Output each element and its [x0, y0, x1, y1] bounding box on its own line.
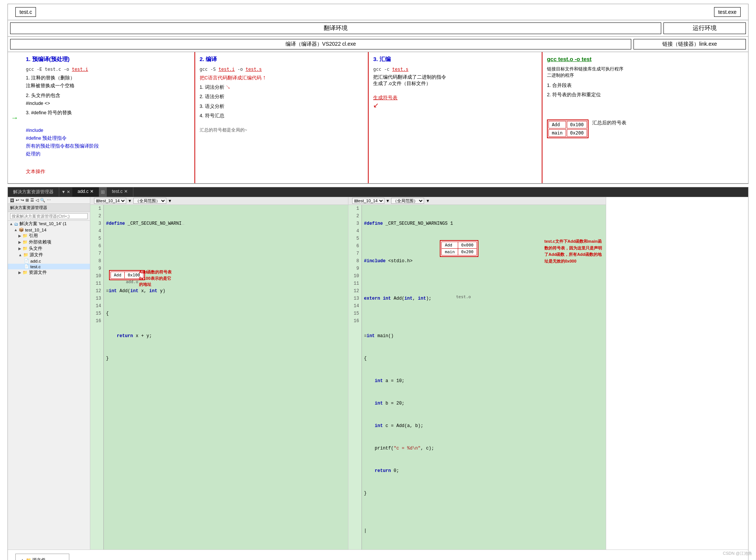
symbol-table-label: 汇总后的符号表: [592, 119, 626, 126]
src-fold-arrow: ▲: [20, 556, 24, 560]
add-c-scope-select2[interactable]: （全局范围）: [133, 198, 166, 204]
ide-sidebar: 🖼 ↩ ↪ ⊞ ☰ ◁ 🔍 ⋯ 解决方案资源管理器 ▲ �: [8, 197, 90, 550]
ext-label: 外部依赖项: [29, 239, 51, 245]
project-label: test_10_14: [25, 228, 46, 232]
resources-item[interactable]: ▶ 📁 资源文件: [8, 269, 90, 276]
project-arrow: ▲: [14, 228, 18, 232]
top-diagram: test.c test.exe 翻译环境 运行环境 编译（编译器）VS2022 …: [7, 4, 749, 184]
addc-label: add.c: [30, 259, 41, 263]
add-c-scope-select[interactable]: ⊞test_10_14: [94, 198, 126, 204]
sidebar-search-area[interactable]: [8, 212, 90, 221]
row-compile-link: 编译（编译器）VS2022 cl.exe 链接（链接器）link.exe: [8, 37, 748, 52]
sidebar-panel-tab[interactable]: 解决方案资源管理器: [8, 187, 59, 197]
addc-icon: 📄: [24, 258, 29, 263]
test-symbol-note: test.c文件下Add函数和main函数的符号表，因为这里只是声明了Add函数…: [544, 238, 602, 264]
external-deps-item[interactable]: ▶ 📁 外部依赖项: [8, 239, 90, 245]
compile-box: 编译（编译器）VS2022 cl.exe: [10, 39, 631, 49]
env-translate-label: 翻译环境: [10, 22, 661, 34]
toolbar-icon7: 🔍: [40, 198, 45, 203]
bottom-file-tree: ▲ 📁 源文件 ▶ 📄 add.c ———— ▶ 📄 test.c: [15, 554, 69, 560]
ide-tab-bar[interactable]: 解决方案资源管理器 ▼ ✕ add.c ✕ ⊞ test.c ✕: [8, 187, 748, 197]
sym-add-name: Add: [548, 121, 566, 128]
add-c-item[interactable]: 📄 add.c: [8, 258, 90, 264]
code-panels: ⊞test_10_14 ▼ （全局范围） ▼ 12345 678910 1112…: [90, 197, 606, 550]
stage3-title: 3. 汇编: [373, 56, 537, 63]
hdr-arrow: ▶: [18, 246, 21, 251]
src-label: 源文件: [30, 252, 43, 258]
sym-main-addr: 0x200: [567, 129, 587, 137]
test-minus-icon: ▼: [386, 199, 390, 203]
ide-section: 解决方案资源管理器 ▼ ✕ add.c ✕ ⊞ test.c ✕ 🖼 ↩ ↪ ⊞…: [7, 187, 749, 560]
test-sym-add-addr: 0x000: [458, 242, 477, 249]
test-c-header: ⊞test_10_14 ▼ （全局范围） ▼: [348, 197, 606, 205]
project-item[interactable]: ▲ 📦 test_10_14: [8, 227, 90, 233]
res-icon: 📁: [22, 270, 28, 275]
hdr-icon: 📁: [22, 246, 28, 251]
testc-icon: 📄: [24, 264, 29, 269]
ide-main: 🖼 ↩ ↪ ⊞ ☰ ◁ 🔍 ⋯ 解决方案资源管理器 ▲ �: [8, 197, 748, 550]
stage1-title: 1. 预编译(预处理): [26, 56, 190, 63]
ref-icon: 📁: [22, 233, 28, 238]
symbol-table: Add0x100 main0x200: [547, 119, 589, 138]
ext-arrow: ▶: [18, 240, 21, 244]
test-o-label: test.o: [456, 294, 471, 299]
sources-folder-item[interactable]: ▲ 📁 源文件: [8, 252, 90, 258]
test-sym-add-name: Add: [442, 242, 458, 249]
src-icon: 📁: [23, 252, 28, 257]
test-c-item[interactable]: 📄 test.c: [8, 264, 90, 269]
sidebar-search-input[interactable]: [10, 213, 88, 219]
right-panel: [606, 197, 748, 550]
add-c-panel: ⊞test_10_14 ▼ （全局范围） ▼ 12345 678910 1112…: [90, 197, 348, 550]
env-run-label: 运行环境: [663, 22, 746, 34]
stage3-arrow: ↙: [373, 101, 379, 109]
add-c-header: ⊞test_10_14 ▼ （全局范围） ▼: [90, 197, 348, 205]
toolbar-icon5: ☰: [30, 198, 34, 203]
stage2-steps: 1. 词法分析 ↘ 2. 语法分析 3. 语义分析 4. 符号汇总: [200, 84, 364, 120]
test-c-scope-select[interactable]: ⊞test_10_14: [352, 198, 384, 204]
stage2-cmd: gcc -S test.i -o test.s: [200, 67, 364, 72]
add-c-line-numbers: 12345 678910 111213141516: [90, 205, 104, 550]
sym-add-addr: 0x100: [567, 121, 587, 128]
toolbar-icon3: ↪: [21, 198, 24, 203]
add-sym-name: Add: [111, 272, 125, 279]
res-arrow: ▶: [18, 270, 21, 275]
stage3-desc: 把汇编代码翻译成了二进制的指令生成了.o文件（目标文件）: [373, 74, 537, 87]
src-arrow: ▲: [18, 253, 22, 257]
row-env: 翻译环境 运行环境: [8, 20, 748, 37]
headers-item[interactable]: ▶ 📁 头文件: [8, 245, 90, 252]
test-symbol-box: Add0x000 main0x200: [440, 240, 478, 257]
stage3-link: 生成符号表: [373, 95, 537, 101]
add-c-code[interactable]: #define _CRT_SECURE_NO_WARNI… ≡int Add(i…: [104, 205, 348, 550]
main-wrapper: test.c test.exe 翻译环境 运行环境 编译（编译器）VS2022 …: [0, 0, 756, 560]
solution-arrow: ▲: [9, 222, 13, 226]
symbol-table-area: Add0x100 main0x200 汇总后的符号表: [547, 119, 744, 138]
row-files: test.c test.exe: [8, 4, 748, 20]
add-c-tab[interactable]: add.c ✕: [72, 187, 99, 197]
project-icon: 📦: [19, 227, 24, 232]
sym-main-name: main: [548, 129, 566, 137]
ref-item[interactable]: ▶ 📁 引用: [8, 233, 90, 239]
test-c-tab-header[interactable]: test.c ✕: [107, 187, 133, 197]
stage4-steps: 1. 合并段表 2. 符号表的合并和重定位: [547, 82, 744, 99]
toolbar-icon4: ⊞: [25, 198, 29, 203]
solution-item[interactable]: ▲ 🗂 解决方案 'test_10_14' (1: [8, 221, 90, 227]
solution-icon: 🗂: [14, 222, 18, 226]
file-right: test.exe: [714, 7, 741, 17]
test-minus-icon2: ▼: [426, 199, 430, 203]
test-sym-main-name: main: [442, 249, 458, 255]
test-c-scope-select2[interactable]: （全局范围）: [391, 198, 424, 204]
stage3-cmd: gcc -c test.s: [373, 67, 537, 72]
stage2-title: 2. 编译: [200, 56, 364, 63]
stage2-extra: 汇总的符号都是全局的~: [200, 127, 364, 133]
toolbar-icon8: ⋯: [47, 198, 51, 203]
toolbar-icon2: ↩: [16, 198, 19, 203]
res-label: 资源文件: [29, 270, 47, 275]
stage1-cmd: gcc -E test.c -o test.i: [26, 67, 190, 72]
test-c-panel: ⊞test_10_14 ▼ （全局范围） ▼ 12345 678910 1112…: [348, 197, 606, 550]
ext-icon: 📁: [22, 240, 28, 245]
sidebar-header: 解决方案资源管理器: [8, 204, 90, 212]
test-sym-main-addr: 0x200: [458, 249, 477, 255]
add-c-body: 12345 678910 111213141516 #define _CRT_S…: [90, 205, 348, 550]
src-folder-row: ▲ 📁 源文件: [20, 556, 64, 560]
toolbar-icon1: 🖼: [10, 198, 14, 203]
